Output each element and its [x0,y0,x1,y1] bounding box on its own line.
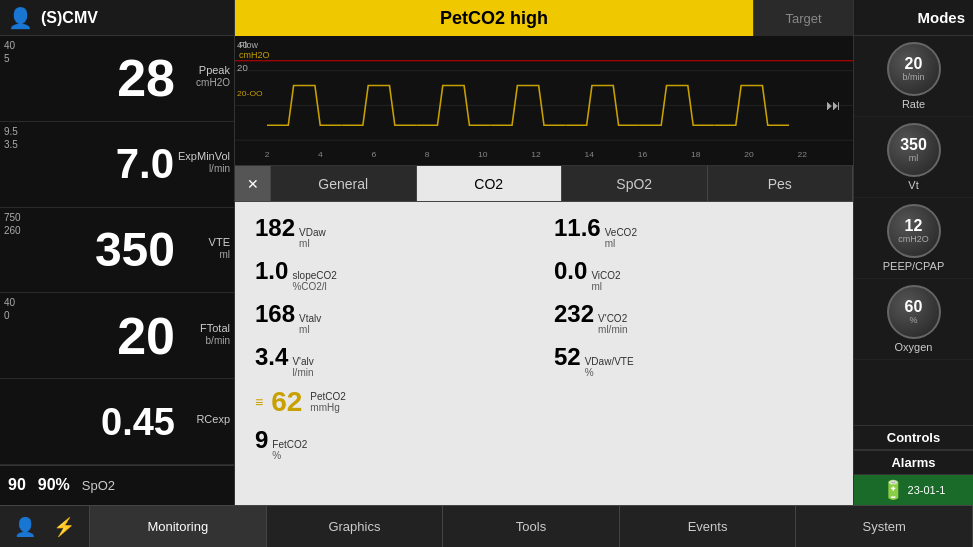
fetco2-unit: % [272,450,307,461]
tab-close-button[interactable]: ✕ [235,166,271,201]
tab-spo2[interactable]: SpO2 [562,166,708,201]
knob-oxygen[interactable]: 60 % [887,285,941,339]
spo2-row: 90 90% SpO2 [0,465,234,505]
svg-text:16: 16 [638,150,648,159]
nav-left-icons: 👤 ⚡ [0,506,90,547]
tab-pes[interactable]: Pes [708,166,854,201]
knob-rate-unit: b/min [902,72,924,82]
rcexp-label-area: RCexp [179,413,234,430]
top-header-row: PetCO2 high Target [235,0,853,36]
nav-icon-person[interactable]: 👤 [14,516,36,538]
svg-text:4: 4 [318,150,323,159]
vital-row-rcexp: 0.45 RCexp [0,379,234,465]
petco2-value: 62 [271,386,302,418]
controls-label: Controls [854,425,973,450]
ftotal-limit-high: 40 [4,297,31,308]
svg-text:20: 20 [237,63,248,73]
nav-system[interactable]: System [796,506,973,547]
knob-peep[interactable]: 12 cmH2O [887,204,941,258]
ppeak-label-area: Ppeak cmH2O [179,64,234,92]
expminvol-name: ExpMinVol [178,150,230,163]
data-item-vco2: 232 V'CO2 ml/min [554,300,833,335]
fetco2-name: FetCO2 [272,439,307,450]
battery-icon: 🔋 [882,479,904,501]
nav-monitoring[interactable]: Monitoring [90,506,267,547]
data-item-fetco2: 9 FetCO2 % [255,426,534,461]
bottom-nav: 👤 ⚡ Monitoring Graphics Tools Events Sys… [0,505,973,547]
mode-label: (S)CMV [41,9,98,27]
vte-label-area: VTE ml [179,236,234,264]
svg-text:14: 14 [584,150,594,159]
vdawvte-name: VDaw/VTE [585,356,634,367]
co2-data-grid: 182 VDaw ml 11.6 VeCO2 ml 1.0 [255,214,833,461]
expminvol-limit-low: 3.5 [4,139,31,150]
vte-limit-low: 260 [4,225,31,236]
ftotal-unit: b/min [179,335,230,346]
vico2-name: ViCO2 [591,270,620,281]
vdaw-unit: ml [299,238,326,249]
nav-graphics[interactable]: Graphics [267,506,444,547]
expminvol-limits: 9.5 3.5 [0,122,35,207]
svg-text:10: 10 [478,150,488,159]
knob-peep-value: 12 [905,218,923,234]
nav-icon-settings[interactable]: ⚡ [53,516,75,538]
knob-peep-label: PEEP/CPAP [883,260,945,272]
vdaw-name: VDaw [299,227,326,238]
vco2-name: V'CO2 [598,313,627,324]
ftotal-value-area: 20 [35,310,179,362]
vital-row-ftotal: 40 0 20 FTotal b/min [0,293,234,379]
data-item-vdawvte: 52 VDaw/VTE % [554,343,833,378]
data-item-vico2: 0.0 ViCO2 ml [554,257,833,292]
knob-vt-container: 350 ml Vt [854,117,973,198]
vco2-unit: ml/min [598,324,627,335]
vico2-value: 0.0 [554,257,587,285]
nav-tools[interactable]: Tools [443,506,620,547]
vico2-unit: ml [591,281,620,292]
data-item-valv: 3.4 V'alv l/min [255,343,534,378]
expminvol-value: 7.0 [116,143,174,185]
alert-text: PetCO2 high [440,8,548,29]
data-item-veco2: 11.6 VeCO2 ml [554,214,833,249]
svg-text:18: 18 [691,150,701,159]
ppeak-value-area: 28 [35,52,179,104]
tab-bar: ✕ General CO2 SpO2 Pes [235,166,853,202]
svg-text:2: 2 [265,150,270,159]
ftotal-name: FTotal [179,322,230,335]
nav-events[interactable]: Events [620,506,797,547]
center-panel: PetCO2 high Target Flow cmH2O 40 20 [235,0,853,505]
ppeak-value: 28 [117,52,175,104]
ppeak-unit: cmH2O [179,77,230,88]
vdaw-value: 182 [255,214,295,242]
knob-vt[interactable]: 350 ml [887,123,941,177]
alarms-label: Alarms [854,450,973,475]
tab-co2[interactable]: CO2 [417,166,563,201]
person-icon: 👤 [8,6,33,30]
knob-vt-unit: ml [909,153,919,163]
expminvol-unit: l/min [178,163,230,174]
vital-row-ppeak: 40 5 28 Ppeak cmH2O [0,36,234,122]
knob-peep-unit: cmH2O [898,234,929,244]
petco2-name: PetCO2 [310,391,346,402]
rcexp-value: 0.45 [101,403,175,441]
waveform-label: Flow cmH2O [239,40,270,60]
vte-value-area: 350 [35,226,179,274]
tab-general[interactable]: General [271,166,417,201]
time-text: 23-01-1 [908,484,946,496]
target-area[interactable]: Target [753,0,853,36]
spo2-val1: 90 [8,476,26,494]
svg-text:12: 12 [531,150,541,159]
rcexp-value-area: 0.45 [35,403,179,441]
data-item-petco2: ≡ 62 PetCO2 mmHg [255,386,833,418]
knob-oxygen-unit: % [909,315,917,325]
svg-text:6: 6 [371,150,376,159]
vte-limit-high: 750 [4,212,31,223]
petco2-unit: mmHg [310,402,346,413]
knob-rate[interactable]: 20 b/min [887,42,941,96]
ppeak-name: Ppeak [179,64,230,77]
alert-bar: PetCO2 high [235,0,753,36]
vdawvte-unit: % [585,367,634,378]
expminvol-label-area: ExpMinVol l/min [178,150,234,178]
svg-text:⏭: ⏭ [826,98,840,113]
vte-limits: 750 260 [0,208,35,293]
data-item-vdaw: 182 VDaw ml [255,214,534,249]
